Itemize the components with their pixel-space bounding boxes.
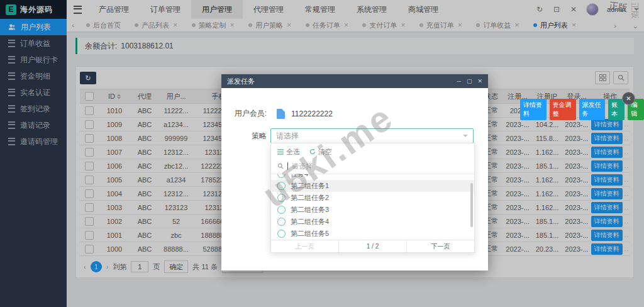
- member-label: 用户会员:: [221, 108, 267, 119]
- strategy-label: 策略: [221, 131, 267, 142]
- radio-icon: [277, 230, 286, 238]
- dropdown-scrollbar[interactable]: [470, 183, 473, 227]
- dropdown-page-indicator: 1 / 2: [339, 240, 407, 252]
- chevron-down-icon: [463, 135, 468, 137]
- clear-action[interactable]: 清空: [309, 147, 332, 157]
- dropdown-option[interactable]: 第二组任务2: [271, 192, 474, 204]
- strategy-row: 策略 请选择: [221, 128, 474, 143]
- select-all-label: 全选: [286, 147, 300, 157]
- strategy-select-placeholder: 请选择: [276, 131, 299, 142]
- dropdown-option[interactable]: 第二组任务5: [271, 228, 474, 240]
- option-label: 第二组任务2: [291, 193, 329, 203]
- dropdown-next-button[interactable]: 下一页: [407, 240, 474, 252]
- adjust-funds-button[interactable]: 资金调整: [550, 99, 576, 120]
- member-row: 用户会员: 1122222222: [221, 108, 333, 119]
- option-label: 第二组任务3: [291, 205, 329, 215]
- radio-icon: [277, 206, 286, 214]
- member-value: 1122222222: [291, 109, 333, 118]
- dispatch-task-modal: 派发任务 ─ ▢ ✕ 用户会员: 1122222222 策略 请选择: [221, 74, 488, 271]
- list-icon: [277, 149, 284, 155]
- maximize-icon[interactable]: ▢: [467, 78, 472, 84]
- dropdown-prev-button[interactable]: 上一页: [271, 240, 339, 252]
- dropdown-option[interactable]: 第二组任务1: [271, 180, 474, 192]
- clear-label: 清空: [318, 147, 332, 157]
- clear-icon: [309, 148, 316, 155]
- dropdown-tools: 全选 清空: [271, 143, 474, 159]
- option-label: 任务4: [291, 174, 308, 179]
- minimize-icon[interactable]: ─: [457, 78, 461, 84]
- strategy-select[interactable]: 请选择: [270, 128, 474, 143]
- radio-icon: [277, 194, 286, 202]
- text-cursor: [287, 162, 288, 170]
- file-icon: [277, 109, 285, 119]
- strategy-dropdown: 全选 清空 请选择: [270, 143, 475, 253]
- popup-close-button[interactable]: ✕: [622, 92, 635, 105]
- app-root: E 海外源码 产品管理 订单管理 用户管理 代理管理 常规管理 系统管理 商城管…: [0, 0, 644, 307]
- dropdown-options: 任务4 第二组任务1 第二组任务2 第二组任务3: [271, 174, 474, 240]
- select-all-action[interactable]: 全选: [277, 147, 300, 157]
- search-icon: [277, 163, 284, 169]
- option-label: 第二组任务4: [291, 217, 329, 226]
- dropdown-option[interactable]: 第二组任务4: [271, 216, 474, 228]
- dropdown-option[interactable]: 任务4: [271, 174, 474, 180]
- dropdown-search-placeholder: 请选择: [292, 162, 313, 171]
- dropdown-option[interactable]: 第二组任务3: [271, 204, 474, 216]
- dropdown-search[interactable]: 请选择: [271, 159, 474, 174]
- modal-titlebar: 派发任务 ─ ▢ ✕: [221, 74, 488, 88]
- modal-body: 用户会员: 1122222222 策略 请选择: [221, 88, 488, 271]
- option-label: 第二组任务1: [291, 181, 329, 191]
- close-icon[interactable]: ✕: [477, 78, 482, 84]
- dropdown-pagination: 上一页 1 / 2 下一页: [271, 240, 474, 252]
- radio-icon: [277, 174, 286, 178]
- ledger-button[interactable]: 账本: [608, 99, 625, 120]
- option-label: 第二组任务5: [291, 229, 329, 238]
- radio-icon: [277, 218, 286, 226]
- detail-button[interactable]: 详情资料: [520, 99, 547, 120]
- radio-icon: [277, 182, 286, 190]
- dispatch-task-button[interactable]: 派发任务: [579, 99, 606, 120]
- modal-title: 派发任务: [227, 77, 255, 86]
